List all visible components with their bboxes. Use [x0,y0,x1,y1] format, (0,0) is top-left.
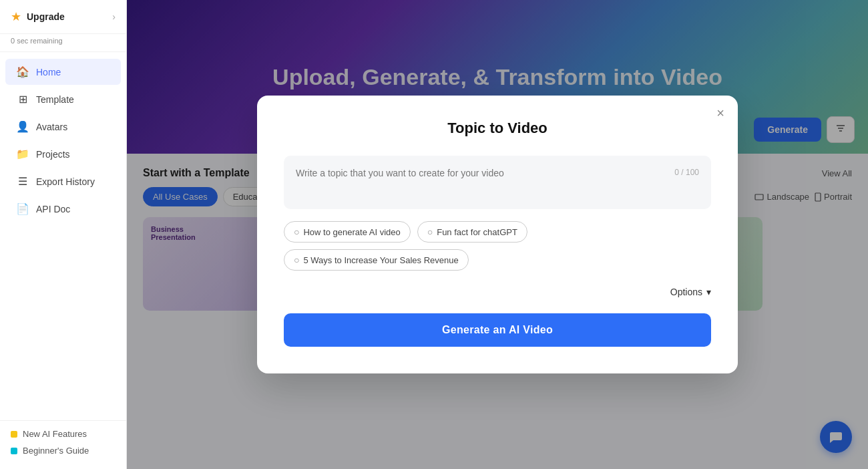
suggestion-pill-1[interactable]: ○ How to generate AI video [284,221,411,243]
char-count: 0 / 100 [674,168,699,177]
sidebar-item-template-label: Template [36,94,74,105]
topic-textarea[interactable] [296,166,666,194]
suggestion-pill-3[interactable]: ○ 5 Ways to Increase Your Sales Revenue [284,249,469,271]
sidebar-item-avatars[interactable]: 👤 Avatars [5,114,121,140]
new-ai-features-label: New AI Features [23,429,87,439]
sidebar-item-avatars-label: Avatars [36,122,67,132]
sidebar-item-api-doc[interactable]: 📄 API Doc [5,196,121,222]
sidebar-item-api-doc-label: API Doc [36,204,70,214]
upgrade-button[interactable]: ★ Upgrade › [0,0,126,34]
upgrade-label: Upgrade [27,11,65,22]
chevron-right-icon: › [112,11,116,22]
options-button[interactable]: Options ▾ [670,287,711,297]
sidebar-item-home-label: Home [36,67,61,77]
sidebar-nav: 🏠 Home ⊞ Template 👤 Avatars 📁 Projects ☰… [0,52,126,420]
options-label: Options [670,287,702,297]
template-icon: ⊞ [16,93,29,106]
suggestion-icon-3: ○ [294,255,299,265]
timer-label: 0 sec remaining [0,34,126,52]
beginners-guide-dot [11,448,17,454]
topic-to-video-modal: × Topic to Video 0 / 100 ○ How to genera… [257,96,738,373]
main-content: Upload, Generate, & Transform into Video… [127,0,868,469]
beginners-guide-label: Beginner's Guide [23,446,89,456]
projects-icon: 📁 [16,148,29,160]
new-ai-features-dot [11,431,17,438]
suggestion-icon-2: ○ [427,226,433,237]
star-icon: ★ [11,9,21,24]
suggestion-label-3: 5 Ways to Increase Your Sales Revenue [303,255,458,265]
sidebar: ★ Upgrade › 0 sec remaining 🏠 Home ⊞ Tem… [0,0,127,469]
sidebar-item-template[interactable]: ⊞ Template [5,86,121,112]
sidebar-bottom: New AI Features Beginner's Guide [0,420,126,469]
sidebar-item-projects-label: Projects [36,149,70,160]
suggestion-label-1: How to generate AI video [303,227,400,237]
suggestion-pills: ○ How to generate AI video ○ Fun fact fo… [284,221,711,271]
modal-title: Topic to Video [284,120,711,137]
sidebar-item-export-history-label: Export History [36,176,95,187]
api-doc-icon: 📄 [16,202,29,215]
new-ai-features-link[interactable]: New AI Features [11,429,116,439]
modal-close-button[interactable]: × [716,106,724,120]
topic-input-area: 0 / 100 [284,156,711,209]
beginners-guide-link[interactable]: Beginner's Guide [11,446,116,456]
modal-overlay[interactable]: × Topic to Video 0 / 100 ○ How to genera… [127,0,868,469]
export-history-icon: ☰ [16,175,29,188]
options-row: Options ▾ [284,287,711,297]
sidebar-item-home[interactable]: 🏠 Home [5,59,121,85]
generate-ai-video-button[interactable]: Generate an AI Video [284,313,711,347]
chevron-down-icon: ▾ [706,287,711,297]
home-icon: 🏠 [16,65,29,78]
sidebar-item-export-history[interactable]: ☰ Export History [5,168,121,194]
sidebar-item-projects[interactable]: 📁 Projects [5,141,121,167]
avatars-icon: 👤 [16,120,29,133]
suggestion-icon-1: ○ [294,226,299,237]
suggestion-label-2: Fun fact for chatGPT [437,227,517,237]
suggestion-pill-2[interactable]: ○ Fun fact for chatGPT [417,221,527,243]
